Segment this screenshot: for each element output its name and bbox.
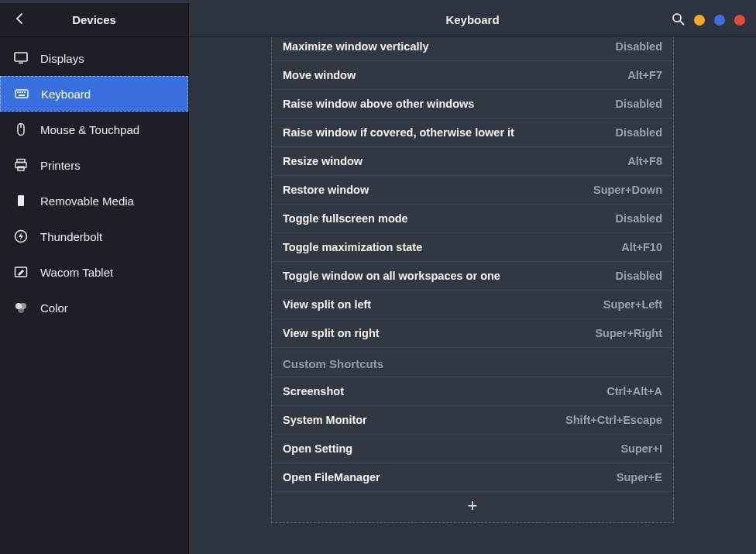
window-close-button[interactable] xyxy=(734,15,745,26)
shortcut-label: Open Setting xyxy=(283,442,352,455)
shortcut-accel: Disabled xyxy=(616,212,662,225)
shortcut-row[interactable]: Move window Alt+F7 xyxy=(272,60,673,89)
sidebar-item-label: Mouse & Touchpad xyxy=(40,123,139,136)
shortcut-row[interactable]: View split on left Super+Left xyxy=(272,290,673,318)
svg-rect-7 xyxy=(19,95,25,96)
sidebar-item-thunderbolt[interactable]: Thunderbolt xyxy=(0,219,188,254)
plus-icon: + xyxy=(468,496,478,516)
sidebar-item-label: Thunderbolt xyxy=(40,230,102,243)
arrow-left-icon xyxy=(14,12,26,27)
shortcut-accel: Disabled xyxy=(616,126,662,139)
shortcut-label: Toggle fullscreen mode xyxy=(283,212,408,225)
tablet-icon xyxy=(14,265,28,279)
display-icon xyxy=(14,51,28,65)
shortcut-label: Toggle maximization state xyxy=(283,241,422,253)
shortcut-row[interactable]: Open FileManager Super+E xyxy=(272,463,673,491)
shortcut-label: View split on left xyxy=(283,298,371,311)
search-icon xyxy=(672,12,685,28)
svg-rect-13 xyxy=(18,195,24,206)
sidebar-item-displays[interactable]: Displays xyxy=(0,40,188,76)
sidebar-item-label: Keyboard xyxy=(41,88,91,101)
color-icon xyxy=(14,301,28,315)
shortcut-row[interactable]: Screenshot Ctrl+Alt+A xyxy=(272,377,673,405)
shortcut-accel: Disabled xyxy=(616,40,662,53)
keyboard-icon xyxy=(15,87,29,101)
shortcut-accel: Super+Down xyxy=(593,184,662,196)
custom-shortcuts-header: Custom Shortcuts xyxy=(272,347,673,377)
sidebar-item-removable-media[interactable]: Removable Media xyxy=(0,183,188,219)
svg-rect-4 xyxy=(19,91,21,93)
search-button[interactable] xyxy=(672,12,685,28)
svg-rect-6 xyxy=(24,91,26,93)
shortcut-label: Resize window xyxy=(283,155,363,167)
shortcut-accel: Alt+F7 xyxy=(627,69,662,81)
shortcut-accel: Alt+F8 xyxy=(627,155,662,167)
mouse-icon xyxy=(14,122,28,136)
shortcut-label: Raise window above other windows xyxy=(283,98,474,110)
sidebar-item-keyboard[interactable]: Keyboard xyxy=(0,76,188,112)
shortcut-label: View split on right xyxy=(283,327,380,339)
svg-rect-12 xyxy=(18,167,24,170)
shortcut-row[interactable]: Toggle maximization state Alt+F10 xyxy=(272,232,673,261)
shortcut-row[interactable]: Raise window above other windows Disable… xyxy=(272,89,673,118)
sidebar-item-color[interactable]: Color xyxy=(0,290,188,325)
settings-window: Devices Displays Keyboard Mouse & Touchp xyxy=(0,0,756,554)
shortcut-label: System Monitor xyxy=(283,414,367,426)
shortcut-accel: Super+E xyxy=(617,471,662,483)
shortcut-label: Toggle window on all workspaces or one xyxy=(283,270,500,282)
shortcut-accel: Shift+Ctrl+Escape xyxy=(565,414,662,426)
sidebar: Devices Displays Keyboard Mouse & Touchp xyxy=(0,3,189,554)
sidebar-list: Displays Keyboard Mouse & Touchpad Print… xyxy=(0,37,188,325)
shortcut-label: Screenshot xyxy=(283,385,344,397)
removable-media-icon xyxy=(14,194,28,208)
sidebar-item-label: Displays xyxy=(40,52,84,65)
svg-rect-5 xyxy=(22,91,23,93)
shortcut-label: Restore window xyxy=(283,184,369,196)
main-header: Keyboard xyxy=(189,3,756,37)
shortcut-row[interactable]: Restore window Super+Down xyxy=(272,175,673,204)
shortcut-label: Open FileManager xyxy=(283,471,380,483)
shortcut-accel: Alt+F10 xyxy=(621,241,662,253)
shortcut-accel: Super+Right xyxy=(595,327,662,339)
sidebar-header: Devices xyxy=(0,3,188,37)
sidebar-item-printers[interactable]: Printers xyxy=(0,147,188,183)
window-minimize-button[interactable] xyxy=(694,15,705,26)
sidebar-item-label: Wacom Tablet xyxy=(40,266,113,279)
shortcut-row[interactable]: View split on right Super+Right xyxy=(272,318,673,347)
shortcut-row[interactable]: Resize window Alt+F8 xyxy=(272,146,673,175)
shortcut-row[interactable]: Open Setting Super+I xyxy=(272,434,673,463)
printer-icon xyxy=(14,158,28,172)
shortcut-label: Move window xyxy=(283,69,356,81)
main-body: Maximize window vertically Disabled Move… xyxy=(189,37,756,554)
shortcut-accel: Disabled xyxy=(616,270,662,282)
shortcut-row[interactable]: Toggle fullscreen mode Disabled xyxy=(272,204,673,232)
svg-rect-0 xyxy=(15,53,27,61)
shortcut-row[interactable]: System Monitor Shift+Ctrl+Escape xyxy=(272,405,673,434)
sidebar-item-mouse-touchpad[interactable]: Mouse & Touchpad xyxy=(0,112,188,147)
shortcut-label: Raise window if covered, otherwise lower… xyxy=(283,126,514,139)
sidebar-item-label: Removable Media xyxy=(40,194,134,208)
svg-rect-1 xyxy=(19,63,23,64)
thunderbolt-icon xyxy=(14,229,28,243)
shortcut-label: Maximize window vertically xyxy=(283,40,429,53)
shortcut-accel: Super+Left xyxy=(603,298,662,311)
svg-rect-2 xyxy=(15,90,28,98)
sidebar-item-label: Printers xyxy=(40,159,81,172)
shortcut-row[interactable]: Toggle window on all workspaces or one D… xyxy=(272,261,673,290)
shortcut-accel: Disabled xyxy=(616,98,662,110)
shortcuts-panel: Maximize window vertically Disabled Move… xyxy=(271,37,674,523)
shortcut-accel: Ctrl+Alt+A xyxy=(607,385,662,397)
shortcut-row[interactable]: Maximize window vertically Disabled xyxy=(272,37,673,60)
sidebar-item-label: Color xyxy=(40,301,68,315)
window-maximize-button[interactable] xyxy=(714,15,725,26)
header-actions xyxy=(672,12,745,28)
svg-rect-3 xyxy=(17,91,19,93)
back-button[interactable] xyxy=(11,11,29,29)
svg-line-20 xyxy=(680,21,684,25)
main-panel: Keyboard Maximize window vertically Disa… xyxy=(189,3,756,554)
sidebar-item-wacom-tablet[interactable]: Wacom Tablet xyxy=(0,254,188,290)
shortcut-accel: Super+I xyxy=(620,442,662,455)
add-shortcut-button[interactable]: + xyxy=(272,491,673,519)
svg-point-18 xyxy=(18,307,24,313)
shortcut-row[interactable]: Raise window if covered, otherwise lower… xyxy=(272,118,673,146)
